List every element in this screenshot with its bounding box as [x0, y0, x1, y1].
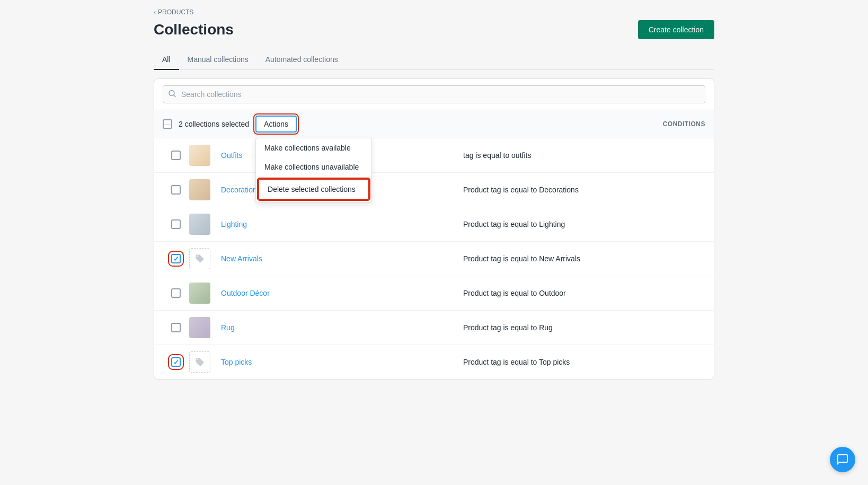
thumb-wrap: [189, 214, 221, 235]
page-title: Collections: [154, 21, 234, 38]
thumb-wrap: [189, 179, 221, 200]
checkbox-wrap[interactable]: [163, 151, 189, 160]
dropdown-item-make-available[interactable]: Make collections available: [256, 138, 371, 157]
checkbox-wrap[interactable]: [163, 288, 189, 298]
collection-name-link[interactable]: Outdoor Décor: [221, 289, 270, 297]
collection-row: LightingProduct tag is equal to Lighting: [154, 207, 714, 242]
row-checkbox-lighting[interactable]: [171, 219, 181, 229]
actions-dropdown: Make collections available Make collecti…: [255, 138, 372, 202]
row-checkbox-outfits[interactable]: [171, 151, 181, 160]
search-icon: [168, 90, 176, 100]
collection-name-cell: New Arrivals: [221, 254, 463, 263]
collection-row: New ArrivalsProduct tag is equal to New …: [154, 242, 714, 276]
collections-card: 2 collections selected Actions Make coll…: [154, 78, 714, 380]
breadcrumb: ‹ PRODUCTS: [0, 0, 868, 16]
row-checkbox-outdoor-decor[interactable]: [171, 288, 181, 298]
collection-conditions: Product tag is equal to Lighting: [463, 220, 705, 228]
collection-name-link[interactable]: Outfits: [221, 151, 242, 160]
row-checkbox-top-picks[interactable]: [171, 357, 181, 367]
chat-button[interactable]: [830, 447, 855, 472]
collection-thumbnail-placeholder: [189, 248, 210, 269]
collection-name-cell: Top picks: [221, 358, 463, 366]
collection-row: Outdoor DécorProduct tag is equal to Out…: [154, 276, 714, 311]
row-checkbox-new-arrivals[interactable]: [171, 254, 181, 263]
collections-list: Outfitstag is equal to outfitsDecoration…: [154, 138, 714, 379]
collection-name-link[interactable]: Rug: [221, 323, 235, 332]
breadcrumb-chevron: ‹: [154, 8, 156, 16]
tab-all[interactable]: All: [154, 50, 179, 70]
conditions-column-header: CONDITIONS: [663, 120, 705, 128]
thumb-wrap: [189, 283, 221, 304]
collection-conditions: Product tag is equal to Top picks: [463, 358, 705, 366]
dropdown-item-make-unavailable[interactable]: Make collections unavailable: [256, 157, 371, 177]
collection-row: Outfitstag is equal to outfits: [154, 138, 714, 173]
checkbox-wrap[interactable]: [163, 357, 189, 367]
select-all-checkbox-wrap[interactable]: [163, 119, 172, 129]
conditions-header: CONDITIONS: [303, 120, 705, 128]
collection-row: Top picksProduct tag is equal to Top pic…: [154, 345, 714, 379]
collection-row: RugProduct tag is equal to Rug: [154, 311, 714, 345]
collection-row: DecorationsProduct tag is equal to Decor…: [154, 173, 714, 207]
collection-thumbnail: [189, 214, 210, 235]
collection-thumbnail: [189, 317, 210, 338]
search-input[interactable]: [163, 85, 705, 103]
collection-thumbnail-placeholder: [189, 351, 210, 373]
actions-container: Actions Make collections available Make …: [255, 116, 297, 133]
collection-conditions: tag is equal to outfits: [463, 151, 705, 160]
collection-conditions: Product tag is equal to Outdoor: [463, 289, 705, 297]
svg-line-1: [174, 95, 176, 97]
collection-conditions: Product tag is equal to Decorations: [463, 186, 705, 194]
collection-name-cell: Lighting: [221, 220, 463, 228]
selection-bar: 2 collections selected Actions Make coll…: [154, 110, 714, 138]
checkbox-wrap[interactable]: [163, 185, 189, 195]
collection-thumbnail: [189, 179, 210, 200]
selection-info: 2 collections selected: [179, 120, 249, 128]
thumb-wrap: [189, 317, 221, 338]
collection-thumbnail: [189, 283, 210, 304]
collection-conditions: Product tag is equal to New Arrivals: [463, 254, 705, 263]
collection-name-link[interactable]: New Arrivals: [221, 254, 262, 263]
tab-automated[interactable]: Automated collections: [257, 50, 347, 70]
collection-thumbnail: [189, 145, 210, 166]
collection-name-link[interactable]: Lighting: [221, 220, 247, 228]
breadcrumb-text[interactable]: PRODUCTS: [158, 8, 193, 16]
row-checkbox-decorations[interactable]: [171, 185, 181, 195]
actions-button[interactable]: Actions: [255, 116, 297, 133]
dropdown-item-delete[interactable]: Delete selected collections: [258, 179, 369, 200]
tabs: All Manual collections Automated collect…: [154, 50, 714, 70]
collection-conditions: Product tag is equal to Rug: [463, 323, 705, 332]
row-checkbox-rug[interactable]: [171, 323, 181, 332]
thumb-wrap: [189, 248, 221, 269]
collection-name-cell: Outdoor Décor: [221, 289, 463, 297]
collection-name-cell: Rug: [221, 323, 463, 332]
checkbox-wrap[interactable]: [163, 219, 189, 229]
page-header: Collections Create collection: [154, 16, 714, 39]
select-all-checkbox[interactable]: [163, 119, 172, 129]
tab-manual[interactable]: Manual collections: [179, 50, 257, 70]
search-bar: [154, 79, 714, 110]
checkbox-wrap[interactable]: [163, 323, 189, 332]
checkbox-wrap[interactable]: [163, 254, 189, 263]
thumb-wrap: [189, 145, 221, 166]
collection-name-link[interactable]: Decorations: [221, 186, 261, 194]
thumb-wrap: [189, 351, 221, 373]
collection-name-link[interactable]: Top picks: [221, 358, 252, 366]
create-collection-button[interactable]: Create collection: [638, 20, 714, 39]
